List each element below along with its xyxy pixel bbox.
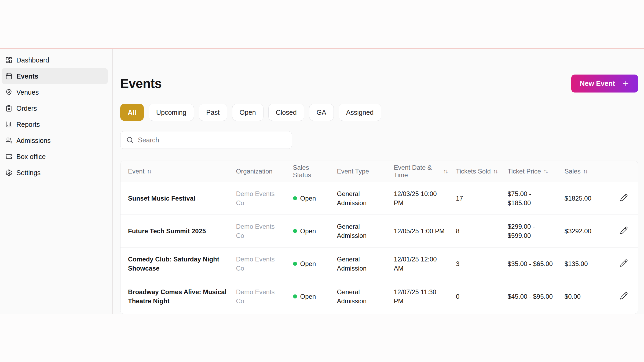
cell-sales: $3292.00 bbox=[560, 215, 614, 248]
sidebar-item-label: Admissions bbox=[16, 137, 51, 145]
filter-chip-upcoming[interactable]: Upcoming bbox=[149, 104, 194, 121]
sidebar: DashboardEventsVenuesOrdersReportsAdmiss… bbox=[0, 49, 113, 314]
table-row[interactable]: Sunset Music FestivalDemo Events CoOpenG… bbox=[120, 182, 638, 215]
column-header-organization: Organization bbox=[232, 161, 289, 182]
sidebar-item-label: Dashboard bbox=[16, 56, 49, 64]
table-header-row: Event↑↓OrganizationSales StatusEvent Typ… bbox=[120, 161, 638, 182]
cell-tickets-sold: 3 bbox=[452, 248, 503, 280]
filter-chip-assigned[interactable]: Assigned bbox=[339, 104, 381, 121]
cell-sales: $0.00 bbox=[560, 280, 614, 313]
sidebar-item-label: Orders bbox=[16, 105, 37, 112]
cell-event-type: General Admission bbox=[332, 280, 389, 313]
ticket-icon bbox=[5, 153, 12, 160]
column-label: Organization bbox=[236, 168, 273, 175]
cell-ticket-price: $299.00 - $599.00 bbox=[503, 215, 560, 248]
cell-date-time: 12/07/25 11:30 PM bbox=[390, 280, 452, 313]
cell-sales-status: Open bbox=[289, 248, 333, 280]
sales-status-badge: Open bbox=[293, 194, 328, 203]
open-status-dot-icon bbox=[293, 196, 297, 200]
filter-chip-past[interactable]: Past bbox=[199, 104, 227, 121]
pencil-icon bbox=[620, 194, 628, 202]
table-row[interactable]: Future Tech Summit 2025Demo Events CoOpe… bbox=[120, 215, 638, 248]
edit-event-button[interactable] bbox=[619, 225, 629, 235]
sales-status-label: Open bbox=[300, 259, 316, 268]
column-label: Tickets Sold bbox=[456, 168, 491, 175]
cell-tickets-sold: 8 bbox=[452, 215, 503, 248]
sidebar-item-settings[interactable]: Settings bbox=[2, 165, 108, 181]
top-strip bbox=[0, 0, 644, 49]
column-header-sales_status: Sales Status bbox=[289, 161, 333, 182]
edit-event-button[interactable] bbox=[619, 258, 629, 268]
sort-arrows-icon: ↑↓ bbox=[147, 168, 151, 175]
filter-chip-closed[interactable]: Closed bbox=[268, 104, 304, 121]
pencil-icon bbox=[620, 226, 628, 234]
gear-icon bbox=[5, 169, 12, 176]
plus-icon bbox=[622, 80, 630, 87]
column-header-event[interactable]: Event↑↓ bbox=[120, 161, 232, 182]
column-label: Event bbox=[128, 168, 144, 175]
sidebar-item-box-office[interactable]: Box office bbox=[2, 149, 108, 165]
filter-chip-all[interactable]: All bbox=[120, 104, 144, 121]
search-input[interactable] bbox=[137, 136, 286, 144]
cell-sales: $135.00 bbox=[560, 248, 614, 280]
sidebar-item-label: Events bbox=[16, 72, 38, 80]
sidebar-item-label: Settings bbox=[16, 169, 41, 177]
cell-event: Future Tech Summit 2025 bbox=[120, 215, 232, 248]
sidebar-item-admissions[interactable]: Admissions bbox=[2, 132, 108, 149]
cell-sales-status: Open bbox=[289, 280, 333, 313]
calendar-icon bbox=[5, 73, 12, 80]
edit-event-button[interactable] bbox=[619, 291, 629, 301]
sidebar-item-orders[interactable]: Orders bbox=[2, 100, 108, 116]
column-label: Sales bbox=[565, 168, 581, 175]
organization-name: Demo Events Co bbox=[236, 223, 275, 239]
event-name: Future Tech Summit 2025 bbox=[128, 227, 206, 235]
cell-tickets-sold: 17 bbox=[452, 182, 503, 215]
new-event-button[interactable]: New Event bbox=[571, 75, 638, 93]
cell-ticket-price: $75.00 - $185.00 bbox=[503, 182, 560, 215]
app-frame: DashboardEventsVenuesOrdersReportsAdmiss… bbox=[0, 49, 644, 314]
sales-status-badge: Open bbox=[293, 292, 328, 301]
bar-chart-icon bbox=[5, 121, 12, 128]
filter-chips: AllUpcomingPastOpenClosedGAAssigned bbox=[120, 104, 638, 121]
column-header-sales[interactable]: Sales↑↓ bbox=[560, 161, 614, 182]
cell-organization: Demo Events Co bbox=[232, 248, 289, 280]
cell-ticket-price: $35.00 - $65.00 bbox=[503, 248, 560, 280]
cell-event: Comedy Club: Saturday Night Showcase bbox=[120, 248, 232, 280]
organization-name: Demo Events Co bbox=[236, 190, 275, 206]
sales-status-label: Open bbox=[300, 292, 316, 301]
cell-event-type: General Admission bbox=[332, 182, 389, 215]
table-row-clipped bbox=[120, 313, 638, 314]
table-row[interactable]: Comedy Club: Saturday Night ShowcaseDemo… bbox=[120, 248, 638, 280]
column-header-date_time[interactable]: Event Date & Time↑↓ bbox=[390, 161, 452, 182]
sidebar-item-events[interactable]: Events bbox=[2, 68, 108, 84]
users-icon bbox=[5, 137, 12, 144]
open-status-dot-icon bbox=[293, 294, 297, 298]
edit-event-button[interactable] bbox=[619, 193, 629, 203]
cell-date-time: 12/05/25 1:00 PM bbox=[390, 215, 452, 248]
page-title: Events bbox=[120, 76, 162, 91]
sort-arrows-icon: ↑↓ bbox=[443, 168, 447, 175]
event-name: Broadway Comes Alive: Musical Theatre Ni… bbox=[128, 288, 226, 304]
cell-date-time: 12/03/25 10:00 PM bbox=[390, 182, 452, 215]
dashboard-icon bbox=[5, 57, 12, 64]
column-label: Sales Status bbox=[293, 164, 328, 179]
sales-status-badge: Open bbox=[293, 227, 328, 235]
open-status-dot-icon bbox=[293, 229, 297, 233]
search-icon bbox=[126, 136, 133, 143]
column-header-event_type: Event Type bbox=[332, 161, 389, 182]
filter-chip-open[interactable]: Open bbox=[232, 104, 264, 121]
sidebar-item-reports[interactable]: Reports bbox=[2, 116, 108, 132]
column-header-ticket_price[interactable]: Ticket Price↑↓ bbox=[503, 161, 560, 182]
open-status-dot-icon bbox=[293, 262, 297, 266]
sidebar-item-label: Box office bbox=[16, 153, 46, 161]
cell-actions bbox=[614, 182, 638, 215]
column-header-tickets_sold[interactable]: Tickets Sold↑↓ bbox=[452, 161, 503, 182]
sidebar-item-venues[interactable]: Venues bbox=[2, 84, 108, 100]
table-row[interactable]: Broadway Comes Alive: Musical Theatre Ni… bbox=[120, 280, 638, 313]
cell-tickets-sold: 0 bbox=[452, 280, 503, 313]
events-table: Event↑↓OrganizationSales StatusEvent Typ… bbox=[120, 161, 638, 314]
sidebar-item-dashboard[interactable]: Dashboard bbox=[2, 52, 108, 68]
cell-sales-status: Open bbox=[289, 215, 333, 248]
filter-chip-ga[interactable]: GA bbox=[309, 104, 334, 121]
cell-sales-status: Open bbox=[289, 182, 333, 215]
